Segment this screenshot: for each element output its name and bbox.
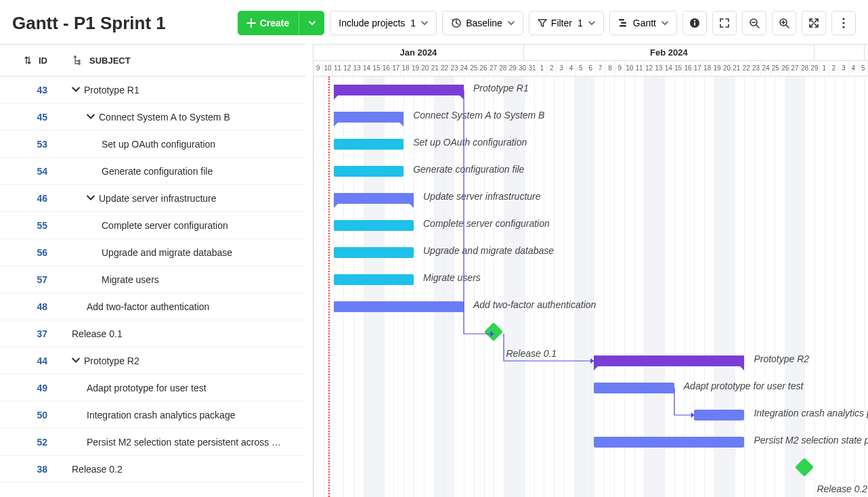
task-id[interactable]: 44 (0, 355, 58, 366)
task-id[interactable]: 56 (0, 247, 58, 258)
task-id[interactable]: 37 (0, 328, 58, 339)
gantt-chart[interactable]: Jan 2024Feb 2024 91011121314151617181920… (313, 44, 868, 497)
task-subject[interactable]: Complete server configuration (58, 220, 306, 231)
include-projects-button[interactable]: Include projects 1 (330, 11, 437, 35)
zoom-out-button[interactable] (742, 11, 766, 35)
task-bar[interactable]: Set up OAuth configuration (334, 139, 404, 150)
task-bar[interactable]: Complete server configuration (334, 220, 414, 231)
table-row[interactable]: 37Release 0.1 (0, 320, 306, 347)
gantt-row[interactable]: Prototype R2 (313, 347, 868, 374)
collapse-icon[interactable] (87, 112, 95, 123)
task-subject[interactable]: Release 0.1 (58, 328, 306, 339)
task-subject[interactable]: Adapt prototype for user test (58, 383, 306, 393)
zoom-in-button[interactable] (772, 11, 796, 35)
table-row[interactable]: 52Persist M2 selection state persistent … (0, 429, 306, 456)
filter-button[interactable]: Filter 1 (529, 11, 604, 35)
gantt-row[interactable]: Update server infrastructure (313, 185, 868, 212)
table-row[interactable]: 54Generate configuration file (0, 158, 306, 185)
gantt-row[interactable]: Adapt prototype for user test (313, 374, 868, 402)
baseline-button[interactable]: Baseline (442, 11, 523, 35)
gantt-row[interactable]: Upgrade and migrate database (313, 239, 868, 266)
task-bar[interactable]: Integration crash analytics package (694, 410, 744, 420)
table-row[interactable]: 55Complete server configuration (0, 212, 306, 239)
gantt-row[interactable]: Add two-factor authentication (313, 293, 868, 320)
task-id[interactable]: 57 (0, 274, 58, 285)
summary-bar[interactable]: Prototype R2 (594, 355, 744, 366)
gantt-body[interactable]: Prototype R1Connect System A to System B… (313, 77, 868, 497)
task-subject[interactable]: Update server infrastructure (58, 193, 306, 204)
gantt-row[interactable]: Migrate users (313, 266, 868, 293)
table-row[interactable]: 46Update server infrastructure (0, 185, 306, 212)
task-subject[interactable]: Generate configuration file (58, 166, 306, 177)
month-header: Feb 2024 (524, 45, 815, 60)
task-subject[interactable]: Integration crash analytics package (58, 410, 306, 420)
gantt-row[interactable]: Release 0.2 (313, 456, 868, 483)
task-bar[interactable]: Migrate users (334, 274, 414, 285)
column-splitter[interactable] (306, 44, 313, 497)
day-header: 15 (372, 61, 381, 77)
milestone-diamond[interactable]: Release 0.1 (484, 322, 503, 341)
info-button[interactable] (682, 11, 707, 35)
task-id[interactable]: 48 (0, 301, 58, 312)
zen-mode-button[interactable] (712, 11, 737, 35)
task-id[interactable]: 55 (0, 220, 58, 231)
view-switcher-button[interactable]: Gantt (609, 11, 677, 35)
table-row[interactable]: 57Migrate users (0, 266, 306, 293)
table-row[interactable]: 44Prototype R2 (0, 347, 306, 374)
task-bar[interactable]: Persist M2 selection state persistent ac… (594, 437, 744, 448)
task-subject[interactable]: Release 0.2 (58, 464, 306, 475)
bar-label: Migrate users (423, 272, 481, 283)
collapse-icon[interactable] (72, 85, 80, 95)
task-bar[interactable]: Upgrade and migrate database (334, 247, 414, 258)
table-row[interactable]: 56Upgrade and migrate database (0, 239, 306, 266)
table-row[interactable]: 50Integration crash analytics package (0, 402, 306, 429)
gantt-row[interactable]: Complete server configuration (313, 212, 868, 239)
gantt-row[interactable]: Persist M2 selection state persistent ac… (313, 429, 868, 456)
task-subject[interactable]: Prototype R1 (58, 85, 306, 95)
column-header-subject[interactable]: SUBJECT (58, 56, 306, 66)
table-row[interactable]: 45Connect System A to System B (0, 104, 306, 131)
task-id[interactable]: 52 (0, 437, 58, 448)
column-header-id[interactable]: ID (0, 56, 58, 66)
collapse-icon[interactable] (87, 193, 95, 204)
task-subject[interactable]: Migrate users (58, 274, 306, 285)
task-subject[interactable]: Upgrade and migrate database (58, 247, 306, 258)
gantt-row[interactable]: Prototype R1 (313, 77, 868, 104)
gantt-row[interactable]: Set up OAuth configuration (313, 131, 868, 158)
summary-bar[interactable]: Update server infrastructure (334, 193, 414, 204)
table-row[interactable]: 48Add two-factor authentication (0, 293, 306, 320)
summary-bar[interactable]: Connect System A to System B (334, 112, 404, 123)
task-subject[interactable]: Connect System A to System B (58, 112, 306, 123)
task-subject[interactable]: Persist M2 selection state persistent ac… (58, 437, 306, 448)
task-id[interactable]: 49 (0, 383, 58, 393)
task-subject[interactable]: Set up OAuth configuration (58, 139, 306, 150)
summary-bar[interactable]: Prototype R1 (334, 85, 464, 95)
task-bar[interactable]: Adapt prototype for user test (594, 383, 674, 393)
gantt-row[interactable]: Integration crash analytics package (313, 402, 868, 429)
gantt-row[interactable]: Release 0.1 (313, 320, 868, 347)
gantt-row[interactable]: Generate configuration file (313, 158, 868, 185)
collapse-icon[interactable] (72, 355, 80, 366)
table-row[interactable]: 53Set up OAuth configuration (0, 131, 306, 158)
table-row[interactable]: 43Prototype R1 (0, 77, 306, 104)
milestone-diamond[interactable]: Release 0.2 (795, 458, 814, 477)
task-bar[interactable]: Generate configuration file (334, 166, 404, 177)
task-bar[interactable]: Add two-factor authentication (334, 301, 464, 312)
task-id[interactable]: 38 (0, 464, 58, 475)
task-id[interactable]: 43 (0, 85, 58, 95)
task-id[interactable]: 50 (0, 410, 58, 420)
task-id[interactable]: 45 (0, 112, 58, 123)
more-menu-button[interactable] (831, 11, 856, 35)
create-dropdown-icon[interactable] (302, 20, 316, 26)
bar-label: Prototype R1 (473, 83, 529, 93)
task-subject[interactable]: Add two-factor authentication (58, 301, 306, 312)
create-button[interactable]: Create (238, 11, 325, 35)
task-id[interactable]: 53 (0, 139, 58, 150)
table-row[interactable]: 49Adapt prototype for user test (0, 374, 306, 402)
table-row[interactable]: 38Release 0.2 (0, 456, 306, 483)
task-id[interactable]: 54 (0, 166, 58, 177)
task-subject[interactable]: Prototype R2 (58, 355, 306, 366)
fullscreen-button[interactable] (802, 11, 826, 35)
gantt-row[interactable]: Connect System A to System B (313, 104, 868, 131)
task-id[interactable]: 46 (0, 193, 58, 204)
